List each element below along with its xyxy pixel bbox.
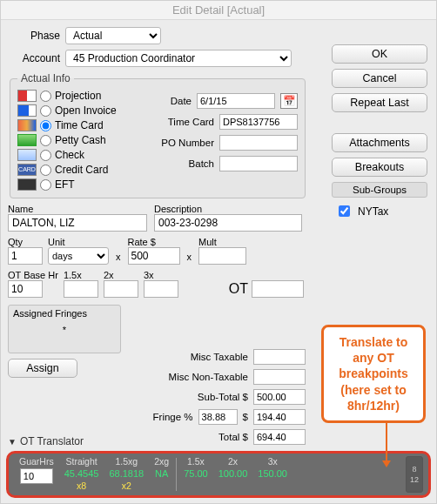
- window-title: Edit Detail [Actual]: [1, 1, 436, 20]
- petty-cash-label: Petty Cash: [55, 134, 106, 146]
- qty-input[interactable]: [8, 247, 43, 265]
- date-input[interactable]: [197, 93, 275, 109]
- assigned-fringes-content: *: [63, 325, 66, 335]
- xg15-value: 68.1818: [109, 468, 144, 479]
- straight-value: 45.4545: [64, 468, 99, 479]
- po-label: PO Number: [161, 138, 214, 148]
- ot-translator-toggle-icon[interactable]: ▼: [8, 437, 17, 447]
- cancel-button[interactable]: Cancel: [332, 69, 427, 88]
- fringe-money-label: $: [243, 412, 248, 422]
- breakpoint-bot: 12: [410, 475, 419, 484]
- fringe-pct-label: Fringe %: [153, 412, 193, 422]
- right-button-column: OK Cancel Repeat Last Attachments Breako…: [332, 44, 427, 219]
- assigned-fringes-panel: Assigned Fringes *: [8, 305, 121, 353]
- x2-label: 2x: [228, 456, 238, 467]
- ot-base-input[interactable]: [8, 280, 43, 298]
- xg2-label: 2xg: [154, 456, 169, 467]
- x3-value: 150.00: [258, 468, 287, 479]
- check-icon: [17, 149, 37, 161]
- time-card-icon: [17, 119, 37, 131]
- credit-card-label: Credit Card: [55, 164, 108, 176]
- misc-taxable-label: Misc Taxable: [191, 352, 248, 362]
- credit-card-icon: CARD: [17, 164, 37, 176]
- subgroup-text: NYTax: [358, 205, 388, 218]
- ot-input[interactable]: [252, 280, 304, 298]
- eft-icon: [17, 178, 37, 191]
- phase-select[interactable]: Actual: [65, 27, 161, 44]
- misc-nontax-label: Misc Non-Taxable: [169, 372, 248, 382]
- ot-translator-header: OT Translator: [20, 435, 84, 447]
- check-label: Check: [55, 149, 84, 161]
- ot2-label: 2x: [104, 270, 138, 280]
- annotation-callout: Translate to any OT breakpoints (here se…: [321, 325, 426, 423]
- subgroups-label: Sub-Groups: [332, 182, 427, 198]
- calendar-icon[interactable]: 📅: [280, 93, 298, 109]
- time-card-label: Time Card: [55, 119, 104, 131]
- batch-label: Batch: [189, 158, 214, 169]
- eft-radio[interactable]: [40, 179, 51, 191]
- timecard-input[interactable]: [219, 114, 298, 130]
- total-input[interactable]: [253, 429, 306, 445]
- projection-icon: [17, 90, 37, 102]
- assigned-fringes-label: Assigned Fringes: [13, 308, 87, 319]
- description-input[interactable]: [154, 214, 302, 232]
- description-label: Description: [154, 204, 302, 214]
- ot15-label: 1.5x: [64, 270, 98, 280]
- check-radio[interactable]: [40, 150, 51, 161]
- ot-translator-bar: GuarHrs Straight 45.4545 x8 1.5xg 68.181…: [6, 451, 431, 498]
- ok-button[interactable]: OK: [332, 44, 427, 64]
- translator-divider: [176, 458, 177, 491]
- open-invoice-icon: [17, 104, 37, 117]
- phase-label: Phase: [8, 30, 60, 42]
- subgroup-item[interactable]: NYTax: [332, 203, 427, 219]
- mult-input[interactable]: [198, 247, 246, 265]
- qty-label: Qty: [8, 237, 43, 247]
- edit-detail-window: Edit Detail [Actual] OK Cancel Repeat La…: [0, 0, 437, 504]
- rate-input[interactable]: [128, 247, 180, 265]
- straight-label: Straight: [65, 456, 97, 467]
- fringe-pct-input[interactable]: [198, 409, 238, 425]
- ot-base-label: OT Base Hr: [8, 270, 58, 280]
- annotation-arrow: [386, 417, 387, 466]
- guarhrs-input[interactable]: [20, 468, 53, 484]
- subtotal-label: Sub-Total $: [198, 392, 248, 402]
- time-card-radio[interactable]: [40, 120, 51, 131]
- ot15-input[interactable]: [64, 280, 98, 298]
- fringe-money-input[interactable]: [253, 409, 306, 425]
- timecard-label: Time Card: [168, 117, 214, 127]
- open-invoice-radio[interactable]: [40, 105, 51, 117]
- po-input[interactable]: [219, 135, 298, 151]
- credit-card-radio[interactable]: [40, 165, 51, 176]
- ot3-input[interactable]: [144, 280, 178, 298]
- name-input[interactable]: [8, 214, 147, 232]
- mult-label: Mult: [198, 237, 246, 247]
- account-select[interactable]: 45 Production Coordinator: [65, 50, 292, 67]
- ot2-input[interactable]: [104, 280, 138, 298]
- translator-breakpoint-box[interactable]: 8 12: [406, 456, 423, 493]
- eft-label: EFT: [55, 178, 75, 191]
- open-invoice-label: Open Invoice: [55, 104, 117, 117]
- repeat-last-button[interactable]: Repeat Last: [332, 93, 427, 112]
- x-symbol-2: x: [187, 252, 192, 262]
- petty-cash-radio[interactable]: [40, 135, 51, 146]
- x15-value: 75.00: [184, 468, 208, 479]
- totals-column: Misc Taxable Misc Non-Taxable Sub-Total …: [131, 349, 306, 445]
- batch-input[interactable]: [219, 156, 298, 171]
- attachments-button[interactable]: Attachments: [332, 133, 427, 152]
- unit-select[interactable]: days: [48, 247, 109, 265]
- rate-label: Rate $: [128, 237, 180, 247]
- projection-label: Projection: [55, 90, 101, 102]
- assign-button[interactable]: Assign: [8, 359, 77, 378]
- subtotal-input[interactable]: [253, 389, 306, 405]
- actual-info-legend: Actual Info: [17, 72, 74, 84]
- misc-taxable-input[interactable]: [253, 349, 306, 365]
- petty-cash-icon: [17, 134, 37, 146]
- xg2-value: NA: [155, 468, 168, 479]
- projection-radio[interactable]: [40, 91, 51, 102]
- breakouts-button[interactable]: Breakouts: [332, 158, 427, 177]
- guarhrs-label: GuarHrs: [19, 456, 54, 467]
- xg15-sub: x2: [122, 480, 131, 491]
- subgroup-checkbox[interactable]: [339, 205, 350, 217]
- misc-nontax-input[interactable]: [253, 369, 306, 385]
- unit-label: Unit: [48, 237, 109, 247]
